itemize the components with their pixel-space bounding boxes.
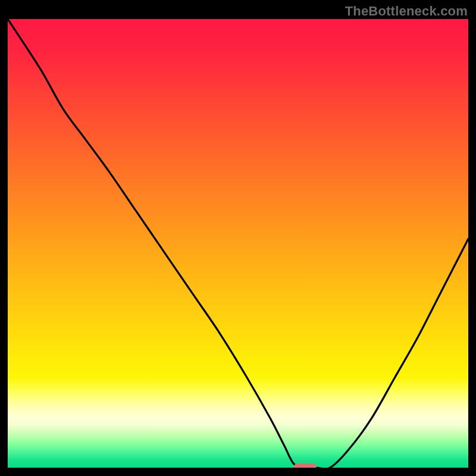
chart-plot-area <box>8 19 468 468</box>
watermark-text: TheBottleneck.com <box>345 4 468 19</box>
chart-curve <box>8 19 468 468</box>
chart-marker <box>293 464 317 468</box>
